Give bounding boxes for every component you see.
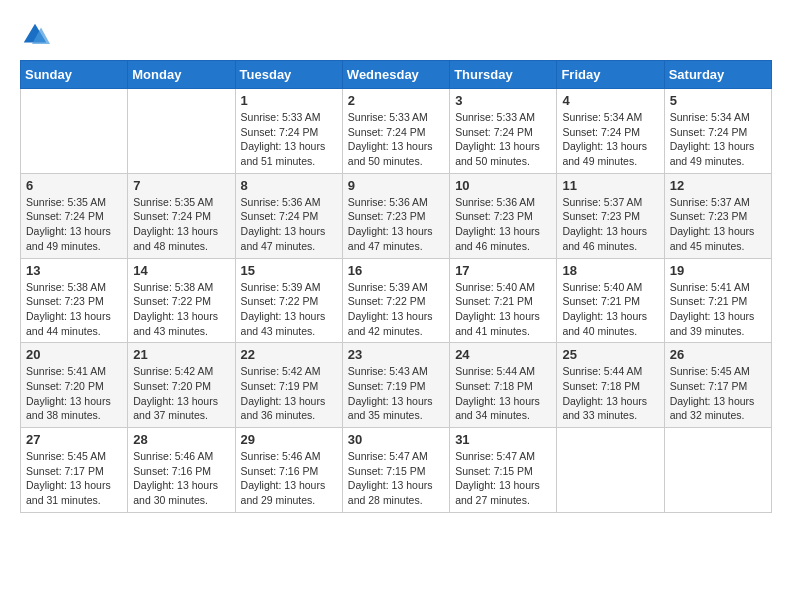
day-number: 2 [348,93,444,108]
calendar-cell: 12Sunrise: 5:37 AM Sunset: 7:23 PM Dayli… [664,173,771,258]
day-number: 6 [26,178,122,193]
day-number: 26 [670,347,766,362]
calendar-cell [21,89,128,174]
calendar-cell: 29Sunrise: 5:46 AM Sunset: 7:16 PM Dayli… [235,428,342,513]
day-info: Sunrise: 5:46 AM Sunset: 7:16 PM Dayligh… [133,449,229,508]
calendar-table: SundayMondayTuesdayWednesdayThursdayFrid… [20,60,772,513]
page-header [20,20,772,50]
day-info: Sunrise: 5:43 AM Sunset: 7:19 PM Dayligh… [348,364,444,423]
day-number: 18 [562,263,658,278]
day-header-tuesday: Tuesday [235,61,342,89]
logo [20,20,54,50]
day-number: 24 [455,347,551,362]
calendar-cell: 20Sunrise: 5:41 AM Sunset: 7:20 PM Dayli… [21,343,128,428]
day-number: 22 [241,347,337,362]
day-info: Sunrise: 5:41 AM Sunset: 7:21 PM Dayligh… [670,280,766,339]
day-info: Sunrise: 5:37 AM Sunset: 7:23 PM Dayligh… [670,195,766,254]
day-number: 14 [133,263,229,278]
day-number: 10 [455,178,551,193]
calendar-cell: 27Sunrise: 5:45 AM Sunset: 7:17 PM Dayli… [21,428,128,513]
day-number: 5 [670,93,766,108]
day-number: 13 [26,263,122,278]
day-number: 11 [562,178,658,193]
day-number: 16 [348,263,444,278]
day-info: Sunrise: 5:40 AM Sunset: 7:21 PM Dayligh… [455,280,551,339]
day-info: Sunrise: 5:38 AM Sunset: 7:22 PM Dayligh… [133,280,229,339]
day-number: 21 [133,347,229,362]
calendar-cell: 24Sunrise: 5:44 AM Sunset: 7:18 PM Dayli… [450,343,557,428]
day-info: Sunrise: 5:44 AM Sunset: 7:18 PM Dayligh… [562,364,658,423]
day-number: 20 [26,347,122,362]
day-number: 29 [241,432,337,447]
day-number: 19 [670,263,766,278]
day-number: 30 [348,432,444,447]
day-number: 7 [133,178,229,193]
day-number: 8 [241,178,337,193]
day-info: Sunrise: 5:47 AM Sunset: 7:15 PM Dayligh… [455,449,551,508]
calendar-cell: 19Sunrise: 5:41 AM Sunset: 7:21 PM Dayli… [664,258,771,343]
logo-icon [20,20,50,50]
calendar-cell: 28Sunrise: 5:46 AM Sunset: 7:16 PM Dayli… [128,428,235,513]
calendar-cell: 9Sunrise: 5:36 AM Sunset: 7:23 PM Daylig… [342,173,449,258]
day-info: Sunrise: 5:38 AM Sunset: 7:23 PM Dayligh… [26,280,122,339]
calendar-cell [557,428,664,513]
day-info: Sunrise: 5:45 AM Sunset: 7:17 PM Dayligh… [670,364,766,423]
calendar-cell: 26Sunrise: 5:45 AM Sunset: 7:17 PM Dayli… [664,343,771,428]
day-info: Sunrise: 5:35 AM Sunset: 7:24 PM Dayligh… [133,195,229,254]
calendar-cell: 3Sunrise: 5:33 AM Sunset: 7:24 PM Daylig… [450,89,557,174]
day-number: 28 [133,432,229,447]
day-info: Sunrise: 5:39 AM Sunset: 7:22 PM Dayligh… [348,280,444,339]
calendar-cell: 6Sunrise: 5:35 AM Sunset: 7:24 PM Daylig… [21,173,128,258]
calendar-cell: 7Sunrise: 5:35 AM Sunset: 7:24 PM Daylig… [128,173,235,258]
day-number: 12 [670,178,766,193]
day-info: Sunrise: 5:45 AM Sunset: 7:17 PM Dayligh… [26,449,122,508]
calendar-cell: 21Sunrise: 5:42 AM Sunset: 7:20 PM Dayli… [128,343,235,428]
day-number: 25 [562,347,658,362]
day-number: 15 [241,263,337,278]
calendar-cell: 4Sunrise: 5:34 AM Sunset: 7:24 PM Daylig… [557,89,664,174]
calendar-cell: 5Sunrise: 5:34 AM Sunset: 7:24 PM Daylig… [664,89,771,174]
day-info: Sunrise: 5:33 AM Sunset: 7:24 PM Dayligh… [455,110,551,169]
calendar-cell: 16Sunrise: 5:39 AM Sunset: 7:22 PM Dayli… [342,258,449,343]
week-row-4: 20Sunrise: 5:41 AM Sunset: 7:20 PM Dayli… [21,343,772,428]
day-info: Sunrise: 5:42 AM Sunset: 7:19 PM Dayligh… [241,364,337,423]
day-info: Sunrise: 5:46 AM Sunset: 7:16 PM Dayligh… [241,449,337,508]
calendar-cell [128,89,235,174]
calendar-cell: 8Sunrise: 5:36 AM Sunset: 7:24 PM Daylig… [235,173,342,258]
day-number: 27 [26,432,122,447]
calendar-cell: 22Sunrise: 5:42 AM Sunset: 7:19 PM Dayli… [235,343,342,428]
day-header-monday: Monday [128,61,235,89]
calendar-cell: 30Sunrise: 5:47 AM Sunset: 7:15 PM Dayli… [342,428,449,513]
day-info: Sunrise: 5:36 AM Sunset: 7:23 PM Dayligh… [455,195,551,254]
calendar-cell: 13Sunrise: 5:38 AM Sunset: 7:23 PM Dayli… [21,258,128,343]
day-info: Sunrise: 5:40 AM Sunset: 7:21 PM Dayligh… [562,280,658,339]
calendar-cell: 14Sunrise: 5:38 AM Sunset: 7:22 PM Dayli… [128,258,235,343]
week-row-1: 1Sunrise: 5:33 AM Sunset: 7:24 PM Daylig… [21,89,772,174]
calendar-cell: 2Sunrise: 5:33 AM Sunset: 7:24 PM Daylig… [342,89,449,174]
calendar-cell: 18Sunrise: 5:40 AM Sunset: 7:21 PM Dayli… [557,258,664,343]
day-info: Sunrise: 5:34 AM Sunset: 7:24 PM Dayligh… [562,110,658,169]
day-number: 23 [348,347,444,362]
calendar-cell: 25Sunrise: 5:44 AM Sunset: 7:18 PM Dayli… [557,343,664,428]
calendar-cell: 23Sunrise: 5:43 AM Sunset: 7:19 PM Dayli… [342,343,449,428]
day-info: Sunrise: 5:33 AM Sunset: 7:24 PM Dayligh… [241,110,337,169]
day-number: 1 [241,93,337,108]
day-info: Sunrise: 5:44 AM Sunset: 7:18 PM Dayligh… [455,364,551,423]
calendar-cell [664,428,771,513]
week-row-2: 6Sunrise: 5:35 AM Sunset: 7:24 PM Daylig… [21,173,772,258]
day-header-thursday: Thursday [450,61,557,89]
day-info: Sunrise: 5:47 AM Sunset: 7:15 PM Dayligh… [348,449,444,508]
day-info: Sunrise: 5:39 AM Sunset: 7:22 PM Dayligh… [241,280,337,339]
day-header-wednesday: Wednesday [342,61,449,89]
calendar-header-row: SundayMondayTuesdayWednesdayThursdayFrid… [21,61,772,89]
day-header-sunday: Sunday [21,61,128,89]
calendar-cell: 10Sunrise: 5:36 AM Sunset: 7:23 PM Dayli… [450,173,557,258]
calendar-cell: 17Sunrise: 5:40 AM Sunset: 7:21 PM Dayli… [450,258,557,343]
calendar-cell: 31Sunrise: 5:47 AM Sunset: 7:15 PM Dayli… [450,428,557,513]
day-header-friday: Friday [557,61,664,89]
day-number: 31 [455,432,551,447]
day-info: Sunrise: 5:42 AM Sunset: 7:20 PM Dayligh… [133,364,229,423]
week-row-3: 13Sunrise: 5:38 AM Sunset: 7:23 PM Dayli… [21,258,772,343]
day-info: Sunrise: 5:33 AM Sunset: 7:24 PM Dayligh… [348,110,444,169]
day-info: Sunrise: 5:36 AM Sunset: 7:23 PM Dayligh… [348,195,444,254]
